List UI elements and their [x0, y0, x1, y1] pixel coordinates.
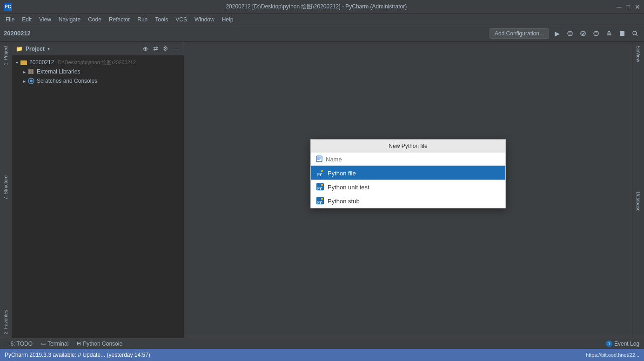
tree-external-libraries[interactable]: ▸ External Libraries [12, 67, 184, 76]
library-icon [27, 68, 35, 75]
svg-point-31 [321, 198, 323, 200]
menu-view[interactable]: View [35, 15, 55, 24]
scratch-icon [27, 77, 35, 85]
maximize-button[interactable]: □ [626, 3, 630, 11]
left-sidebar: 1: Project 7: Structure 2: Favorites [0, 42, 12, 338]
close-panel-icon[interactable]: — [172, 45, 180, 53]
add-configuration-button[interactable]: Add Configuration... [490, 28, 549, 39]
run-button[interactable]: ▶ [552, 28, 562, 39]
svg-point-25 [321, 170, 323, 172]
svg-rect-12 [20, 60, 27, 65]
folder-icon [20, 59, 27, 66]
tab-python-console[interactable]: ⊟ Python Console [73, 340, 126, 348]
coverage-button[interactable] [578, 28, 588, 39]
svg-rect-8 [608, 31, 610, 32]
menu-tools[interactable]: Tools [151, 15, 172, 24]
menu-vcs[interactable]: VCS [172, 15, 191, 24]
locate-icon[interactable]: ⊕ [141, 45, 149, 53]
svg-point-2 [570, 34, 570, 34]
chevron-icon: ▸ [23, 69, 26, 74]
name-input[interactable] [326, 155, 501, 162]
title-bar: PC 20200212 [D:\Desktop\python 绘图\202002… [0, 0, 644, 14]
menu-edit[interactable]: Edit [18, 15, 35, 24]
right-sidebar: SciView Database [632, 42, 644, 338]
svg-rect-6 [607, 34, 611, 35]
project-tree: ▾ 20200212 D:\Desktop\python 绘图\20200212… [12, 56, 184, 338]
dialog-item-python-stub[interactable]: py Python stub [311, 194, 505, 208]
project-panel-header: 📁 Project ▾ ⊕ ⇄ ⚙ — [12, 42, 184, 56]
python-console-label: Python Console [83, 341, 122, 347]
menu-help[interactable]: Help [218, 15, 237, 24]
svg-text:py: py [317, 200, 322, 204]
menu-run[interactable]: Run [134, 15, 151, 24]
search-everywhere-button[interactable] [630, 28, 640, 39]
panel-icons: ⊕ ⇄ ⚙ — [141, 45, 180, 53]
external-libraries-label: External Libraries [37, 68, 80, 75]
svg-point-3 [581, 31, 585, 36]
event-log-button[interactable]: 1 Event Log [606, 341, 639, 347]
status-url: https://bit.ood.hnet/22... [586, 352, 639, 358]
bottom-bar: ≡ 6: TODO ▭ Terminal ⊟ Python Console 1 … [0, 338, 644, 349]
svg-point-10 [633, 31, 637, 35]
stop-button[interactable] [617, 28, 627, 39]
database-label[interactable]: Database [636, 188, 641, 215]
main-content: Search Everywhere Double Shift New Pytho… [184, 42, 632, 338]
project-panel-title: Project [26, 46, 45, 52]
dialog-item-python-unit-test[interactable]: py Python unit test [311, 180, 505, 194]
sciview-label[interactable]: SciView [636, 42, 641, 66]
sidebar-structure-label[interactable]: 7: Structure [1, 172, 10, 203]
python-unit-test-icon: py [316, 183, 324, 191]
window-controls: ─ □ ✕ [617, 3, 640, 11]
minimize-button[interactable]: ─ [617, 3, 622, 11]
dialog-item-python-file[interactable]: py Python file [311, 166, 505, 180]
file-input-icon [315, 155, 323, 163]
profile-button[interactable] [591, 28, 601, 39]
svg-point-17 [30, 80, 33, 82]
svg-rect-14 [30, 69, 32, 74]
menu-window[interactable]: Window [191, 15, 218, 24]
chevron-icon: ▾ [16, 60, 18, 65]
svg-text:py: py [317, 172, 322, 176]
toolbar: 20200212 Add Configuration... ▶ [0, 25, 644, 42]
app-logo: PC [4, 3, 12, 11]
menu-navigate[interactable]: Navigate [55, 15, 84, 24]
python-file-label: Python file [328, 169, 356, 176]
bottom-bar-right: 1 Event Log [606, 341, 642, 347]
menu-file[interactable]: File [2, 15, 18, 24]
terminal-icon: ▭ [41, 341, 46, 347]
dialog-name-row [311, 153, 505, 166]
python-stub-label: Python stub [328, 197, 360, 204]
svg-rect-21 [317, 159, 321, 159]
main-layout: 1: Project 7: Structure 2: Favorites 📁 P… [0, 42, 644, 338]
settings-icon[interactable]: ⚙ [161, 45, 170, 53]
status-bar: PyCharm 2019.3.3 available: // Update...… [0, 349, 644, 361]
event-log-label: Event Log [614, 341, 639, 347]
tab-terminal[interactable]: ▭ Terminal [37, 340, 72, 348]
menu-code[interactable]: Code [84, 15, 105, 24]
sidebar-project-label[interactable]: 1: Project [1, 42, 10, 69]
sidebar-favorites-label[interactable]: 2: Favorites [1, 306, 10, 338]
window-title: 20200212 [D:\Desktop\python 绘图\20200212]… [16, 3, 617, 11]
debug-button[interactable] [565, 28, 575, 39]
terminal-label: Terminal [47, 341, 68, 347]
project-dropdown-arrow[interactable]: ▾ [47, 46, 50, 51]
console-icon: ⊟ [77, 341, 81, 347]
tree-root-folder[interactable]: ▾ 20200212 D:\Desktop\python 绘图\20200212 [12, 58, 184, 67]
todo-icon: ≡ [6, 341, 8, 347]
dialog-header: New Python file [311, 140, 505, 153]
collapse-icon[interactable]: ⇄ [151, 45, 160, 53]
menu-bar: File Edit View Navigate Code Refactor Ru… [0, 14, 644, 25]
tab-todo[interactable]: ≡ 6: TODO [2, 340, 36, 348]
menu-refactor[interactable]: Refactor [105, 15, 134, 24]
scratches-consoles-label: Scratches and Consoles [37, 78, 97, 84]
close-button[interactable]: ✕ [635, 3, 640, 11]
svg-rect-15 [32, 69, 34, 74]
python-file-icon: py [316, 169, 324, 177]
python-stub-icon: py [316, 197, 324, 205]
status-text: PyCharm 2019.3.3 available: // Update...… [5, 352, 150, 358]
tree-scratches-consoles[interactable]: ▸ Scratches and Consoles [12, 76, 184, 86]
build-button[interactable] [604, 28, 614, 39]
svg-rect-20 [317, 158, 321, 158]
svg-rect-22 [317, 160, 320, 160]
svg-rect-9 [620, 31, 624, 36]
